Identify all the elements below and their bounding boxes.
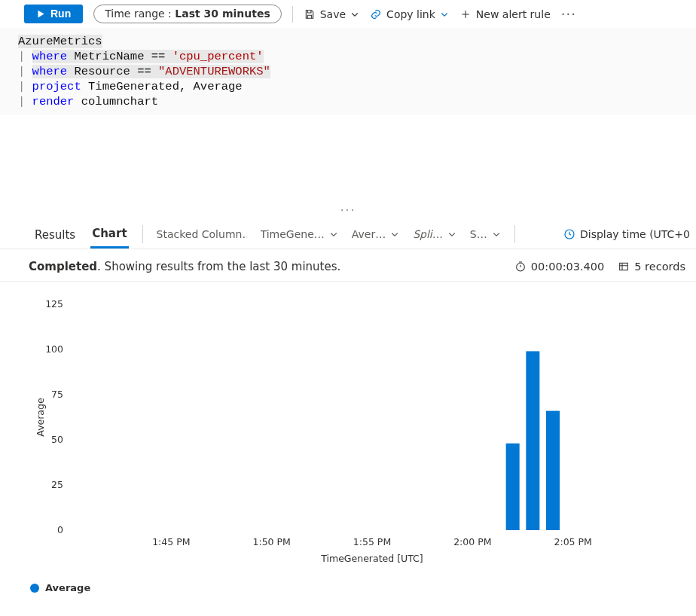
run-button[interactable]: Run <box>24 5 83 23</box>
svg-point-1 <box>517 263 525 271</box>
svg-rect-18 <box>546 411 560 530</box>
chart-split-selector[interactable]: Spli… <box>413 228 456 240</box>
chart-agg-selector[interactable]: S… <box>470 228 501 240</box>
chevron-down-icon <box>390 230 399 239</box>
legend-swatch <box>30 584 39 593</box>
svg-text:2:00 PM: 2:00 PM <box>453 536 491 547</box>
svg-text:TimeGenerated [UTC]: TimeGenerated [UTC] <box>320 553 423 564</box>
column-chart: 0255075100125Average1:45 PM1:50 PM1:55 P… <box>33 297 681 568</box>
chart-yaxis-selector[interactable]: Aver… <box>352 228 399 240</box>
status-records: 5 records <box>618 261 685 273</box>
toolbar: Run Time range : Last 30 minutes Save Co… <box>0 0 696 28</box>
new-alert-rule-button[interactable]: New alert rule <box>459 8 551 20</box>
svg-text:1:50 PM: 1:50 PM <box>252 536 290 547</box>
chart-xaxis-selector[interactable]: TimeGene… <box>261 228 338 240</box>
svg-text:125: 125 <box>45 298 63 310</box>
svg-rect-16 <box>506 444 520 530</box>
link-icon <box>370 8 382 20</box>
save-button[interactable]: Save <box>304 8 359 20</box>
svg-text:100: 100 <box>45 343 63 355</box>
svg-rect-2 <box>620 263 628 270</box>
stopwatch-icon <box>514 261 527 273</box>
records-icon <box>618 261 630 273</box>
time-range-value: Last 30 minutes <box>175 8 270 20</box>
splitter-handle[interactable]: ··· <box>0 198 696 219</box>
chevron-down-icon <box>350 8 359 20</box>
chevron-down-icon <box>329 230 338 239</box>
clock-icon <box>563 228 575 240</box>
svg-text:50: 50 <box>51 434 63 445</box>
chart-legend: Average <box>0 578 696 601</box>
svg-text:25: 25 <box>51 479 63 490</box>
svg-text:75: 75 <box>51 389 63 400</box>
legend-label: Average <box>45 582 90 593</box>
status-duration: 00:00:03.400 <box>514 261 604 273</box>
svg-rect-17 <box>526 351 539 530</box>
chart-opts-separator <box>514 225 515 243</box>
chevron-down-icon <box>440 8 449 20</box>
tab-chart[interactable]: Chart <box>90 219 128 249</box>
results-header: Results Chart Stacked Column… TimeGene… … <box>0 219 696 249</box>
svg-text:1:55 PM: 1:55 PM <box>353 536 391 547</box>
chart-area: 0255075100125Average1:45 PM1:50 PM1:55 P… <box>0 282 696 578</box>
status-text: Completed. Showing results from the last… <box>29 260 340 273</box>
toolbar-separator <box>292 6 293 23</box>
time-range-selector[interactable]: Time range : Last 30 minutes <box>93 5 282 23</box>
svg-text:0: 0 <box>57 524 63 535</box>
query-editor[interactable]: AzureMetrics| where MetricName == 'cpu_p… <box>0 28 696 115</box>
status-bar: Completed. Showing results from the last… <box>0 249 696 282</box>
chevron-down-icon <box>492 230 501 239</box>
play-icon <box>36 9 46 19</box>
chart-type-selector[interactable]: Stacked Column… <box>157 228 247 240</box>
run-label: Run <box>50 8 71 20</box>
copy-link-button[interactable]: Copy link <box>370 8 449 20</box>
tab-results[interactable]: Results <box>33 221 77 248</box>
chevron-down-icon <box>447 230 456 239</box>
svg-text:2:05 PM: 2:05 PM <box>554 536 591 547</box>
tabs-separator <box>142 225 143 243</box>
svg-text:Average: Average <box>35 398 46 437</box>
display-time-selector[interactable]: Display time (UTC+0 <box>563 228 690 240</box>
plus-icon <box>459 8 472 20</box>
svg-text:1:45 PM: 1:45 PM <box>152 536 190 547</box>
more-button[interactable]: ··· <box>561 6 576 22</box>
save-icon <box>304 8 316 20</box>
time-range-prefix: Time range : <box>105 8 175 20</box>
